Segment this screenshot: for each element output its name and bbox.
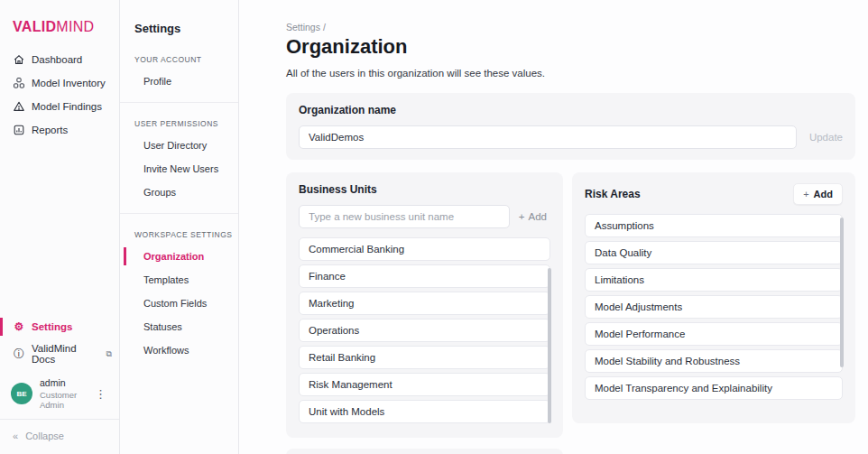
avatar: BE [11,383,32,404]
main-content: Settings / Organization All of the users… [239,0,868,454]
add-label: Add [529,211,547,222]
user-role: Customer Admin [40,390,84,410]
organization-name-card: Organization name Update [286,93,855,160]
user-meta: admin Customer Admin [40,377,84,410]
sidebar-spacer [0,142,119,316]
add-label: Add [814,189,833,199]
collapse-sidebar-button[interactable]: « Collapse [0,419,119,454]
subnav-title: Settings [120,22,238,48]
plus-icon: + [803,189,808,199]
sidebar-item-reports[interactable]: Reports [0,118,119,142]
main-sidebar: VALIDMIND Dashboard Model Inventory Mode… [0,0,120,454]
business-units-list: Commercial Banking Finance Marketing Ope… [299,237,550,423]
sidebar-item-label: Model Inventory [32,78,106,88]
validmind-logo[interactable]: VALIDMIND [0,0,119,48]
sidebar-item-settings[interactable]: ⚙ Settings [0,316,119,338]
warning-triangle-icon [13,100,25,113]
list-item[interactable]: Finance [299,264,550,288]
risk-areas-card: Risk Areas + Add Assumptions Data Qualit… [572,172,855,423]
business-units-title: Business Units [299,183,550,196]
info-icon: ⓘ [13,348,25,359]
home-icon [13,53,25,66]
sidebar-item-model-findings[interactable]: Model Findings [0,95,119,118]
breadcrumb: Settings / [286,22,855,32]
sidebar-item-label: Settings [32,321,72,332]
subnav-item-custom-fields[interactable]: Custom Fields [120,292,238,315]
settings-subnav: Settings YOUR ACCOUNT Profile USER PERMI… [120,0,239,454]
list-item[interactable]: Retail Banking [299,346,550,369]
divider [120,213,238,214]
sidebar-item-validmind-docs[interactable]: ⓘ ValidMind Docs ⧉ [0,338,119,370]
scrollbar[interactable] [548,268,551,423]
external-link-icon: ⧉ [106,349,112,359]
report-chart-icon [13,124,25,136]
scrollbar[interactable] [840,218,844,367]
list-item[interactable]: Risk Management [299,373,550,396]
logo-light: MIND [56,19,94,34]
subnav-item-statuses[interactable]: Statuses [120,315,238,338]
add-risk-area-button[interactable]: + Add [793,183,843,205]
new-business-unit-input[interactable] [299,205,510,228]
subnav-item-invite-new-users[interactable]: Invite New Users [120,157,238,181]
section-label-your-account: YOUR ACCOUNT [120,48,238,69]
list-item[interactable]: Limitations [585,268,843,292]
app-window: VALIDMIND Dashboard Model Inventory Mode… [0,0,868,454]
list-item[interactable]: Assumptions [585,214,843,237]
list-item[interactable]: Unit with Models [299,400,550,423]
breadcrumb-separator: / [323,22,326,32]
user-name: admin [40,377,84,388]
list-item[interactable]: Data Quality [585,241,843,264]
add-business-unit-button[interactable]: + Add [515,211,550,222]
gear-icon: ⚙ [13,321,25,332]
risk-areas-list: Assumptions Data Quality Limitations Mod… [585,214,843,400]
sidebar-item-label: ValidMind Docs [32,343,98,365]
sidebar-item-label: Dashboard [32,54,82,65]
business-units-card: Business Units + Add Commercial Banking … [286,172,563,438]
subnav-item-groups[interactable]: Groups [120,181,238,204]
page-subtitle: All of the users in this organization wi… [286,68,855,79]
subnav-item-workflows[interactable]: Workflows [120,338,238,362]
subnav-item-templates[interactable]: Templates [120,268,238,292]
list-item[interactable]: Operations [299,319,550,342]
logo-bold: VALID [13,19,56,34]
divider [120,102,238,103]
organization-name-label: Organization name [299,104,843,116]
risk-areas-title: Risk Areas [585,188,641,200]
sidebar-item-label: Model Findings [32,101,102,112]
kebab-menu-icon[interactable]: ⋮ [91,385,110,403]
list-item[interactable]: Model Stability and Robustness [585,349,843,373]
use-cases-card: Use Cases + Add Analytics [286,449,563,454]
plus-icon: + [519,211,525,222]
risk-areas-header: Risk Areas + Add [585,183,843,205]
update-button[interactable]: Update [809,132,843,143]
cards-grid: Business Units + Add Commercial Banking … [286,172,855,454]
subnav-item-organization[interactable]: Organization [120,245,238,268]
breadcrumb-settings[interactable]: Settings [286,22,320,32]
subnav-item-profile[interactable]: Profile [120,69,238,93]
organization-name-row: Update [299,125,843,149]
page-title: Organization [286,35,855,59]
sidebar-item-model-inventory[interactable]: Model Inventory [0,71,119,95]
list-item[interactable]: Model Performance [585,322,843,346]
user-account-row[interactable]: BE admin Customer Admin ⋮ [0,370,119,419]
list-item[interactable]: Commercial Banking [299,237,550,261]
list-item[interactable]: Model Adjustments [585,295,843,319]
business-unit-add-row: + Add [299,205,550,228]
collapse-chevrons-icon: « [13,431,18,441]
subnav-item-user-directory[interactable]: User Directory [120,134,238,157]
section-label-workspace-settings: WORKSPACE SETTINGS [120,223,238,245]
list-item[interactable]: Marketing [299,292,550,315]
organization-name-input[interactable] [299,125,797,149]
list-item[interactable]: Model Transparency and Explainability [585,376,843,400]
sidebar-item-dashboard[interactable]: Dashboard [0,48,119,71]
sidebar-item-label: Reports [32,125,68,135]
cubes-icon [13,77,25,89]
collapse-label: Collapse [25,431,64,441]
section-label-user-permissions: USER PERMISSIONS [120,112,238,134]
